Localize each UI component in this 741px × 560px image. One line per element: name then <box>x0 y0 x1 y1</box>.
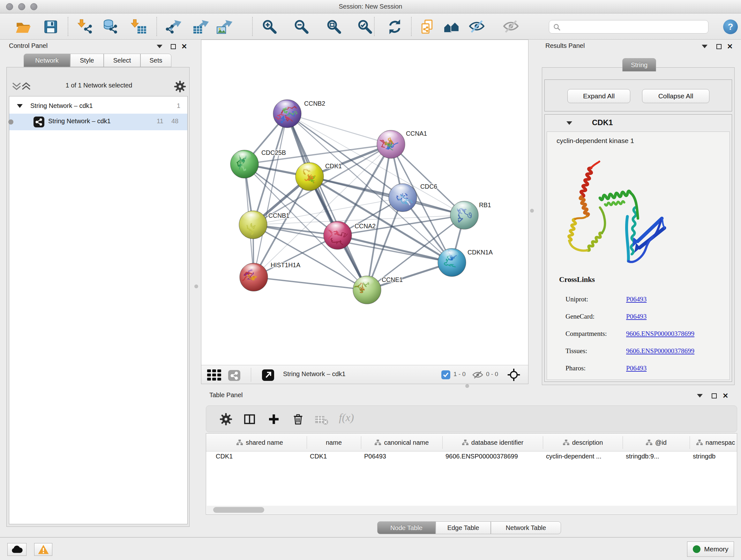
tab-style[interactable]: Style <box>70 54 104 67</box>
column-header-name[interactable]: name <box>307 434 361 451</box>
table-columns-icon[interactable] <box>243 413 256 427</box>
network-node-CDK1[interactable] <box>295 163 324 191</box>
node-label-CCNE1: CCNE1 <box>382 276 403 283</box>
export-image-icon <box>216 19 232 35</box>
node-table[interactable]: shared namenamecanonical namedatabase id… <box>206 433 737 515</box>
tab-edge-table[interactable]: Edge Table <box>435 521 491 534</box>
collapse-all-button[interactable]: Collapse All <box>642 89 710 103</box>
import-table-button[interactable] <box>131 19 147 35</box>
import-table-icon <box>131 19 147 35</box>
selected-checkbox-icon[interactable] <box>441 370 450 379</box>
table-cell[interactable]: stringdb <box>693 453 740 460</box>
tab-node-table[interactable]: Node Table <box>377 521 435 534</box>
network-node-RB1[interactable] <box>450 201 478 229</box>
table-cell[interactable]: stringdb:9... <box>626 453 688 460</box>
section-collapse-icon[interactable] <box>566 121 572 125</box>
network-row-selected[interactable]: String Network – cdk1 11 48 <box>9 114 187 130</box>
network-node-CCNA1[interactable] <box>377 130 405 159</box>
table-cell[interactable]: CDK1 <box>310 453 360 460</box>
column-header-database-identifier[interactable]: database identifier <box>442 434 543 451</box>
table-cell[interactable]: cyclin-dependent ... <box>546 453 621 460</box>
table-cell[interactable]: P06493 <box>364 453 441 460</box>
bottom-splitter-handle[interactable] <box>465 384 469 388</box>
network-node-CCNB2[interactable] <box>273 100 301 128</box>
control-panel-close-icon[interactable]: ✕ <box>181 44 187 49</box>
export-table-button[interactable] <box>193 19 209 35</box>
column-header-description[interactable]: description <box>543 434 623 451</box>
share-view-icon[interactable] <box>228 370 240 381</box>
import-database-button[interactable] <box>103 19 119 35</box>
network-node-CCNB1[interactable] <box>239 211 267 239</box>
results-panel-collapse-icon[interactable] <box>702 45 708 48</box>
zoom-in-button[interactable] <box>262 19 278 35</box>
control-panel-collapse-icon[interactable] <box>157 45 162 48</box>
column-header-namespac[interactable]: namespac <box>690 434 741 451</box>
open-session-button[interactable] <box>15 19 31 35</box>
tab-sets[interactable]: Sets <box>140 54 172 67</box>
control-panel-float-icon[interactable] <box>171 44 176 49</box>
table-panel-close-icon[interactable]: ✕ <box>723 393 728 398</box>
zoom-selected-button[interactable] <box>357 19 373 35</box>
column-header-shared-name[interactable]: shared name <box>212 434 307 451</box>
memory-button[interactable]: Memory <box>687 542 734 557</box>
table-cell[interactable]: 9606.ENSP00000378699 <box>446 453 542 460</box>
results-panel-close-icon[interactable]: ✕ <box>727 44 733 49</box>
add-column-icon[interactable] <box>267 413 280 427</box>
zoom-out-button[interactable] <box>293 19 310 35</box>
tab-network-table[interactable]: Network Table <box>491 521 561 534</box>
network-node-CDC25B[interactable] <box>230 150 259 178</box>
network-node-HIST1H1A[interactable] <box>240 263 268 291</box>
network-node-CDKN1A[interactable] <box>438 248 466 276</box>
hide-selected-button[interactable] <box>469 19 485 35</box>
table-panel-float-icon[interactable] <box>712 393 717 398</box>
crosslink-value[interactable]: 9606.ENSP00000378699 <box>626 330 694 338</box>
show-all-button[interactable] <box>503 19 519 35</box>
column-header--id[interactable]: @id <box>623 434 690 451</box>
zoom-fit-button[interactable] <box>326 19 342 35</box>
table-hscrollbar[interactable] <box>207 506 736 514</box>
table-cell[interactable]: CDK1 <box>216 453 306 460</box>
table-settings-gear-icon[interactable] <box>219 413 232 427</box>
birdseye-icon[interactable] <box>507 368 521 383</box>
clone-network-button[interactable] <box>419 19 435 35</box>
import-network-button[interactable] <box>77 19 93 35</box>
column-header-canonical-name[interactable]: canonical name <box>361 434 442 451</box>
fullscreen-icon[interactable] <box>262 369 274 381</box>
save-session-icon <box>43 19 59 35</box>
network-node-CDC6[interactable] <box>389 184 417 212</box>
results-panel-float-icon[interactable] <box>717 44 722 49</box>
node-label-CDC25B: CDC25B <box>261 149 286 156</box>
expand-all-button[interactable]: Expand All <box>567 89 630 103</box>
network-node-CCNE1[interactable] <box>353 276 381 304</box>
network-view[interactable]: CCNB2CCNA1CDC25BCDK1CDC6RB1CCNB1CCNA2CDK… <box>201 40 529 384</box>
tree-expander-icon[interactable] <box>17 104 23 108</box>
search-input[interactable] <box>549 20 709 34</box>
network-options-gear-icon[interactable] <box>174 80 186 94</box>
export-network-button[interactable] <box>165 19 181 35</box>
collapse-all-icon[interactable] <box>11 81 31 93</box>
table-panel-collapse-icon[interactable] <box>697 394 703 397</box>
left-splitter-handle[interactable] <box>194 285 198 288</box>
tab-select[interactable]: Select <box>104 54 140 67</box>
warning-button[interactable] <box>34 543 52 556</box>
save-session-button[interactable] <box>43 19 59 35</box>
help-button[interactable]: ? <box>723 19 738 34</box>
crosslink-value[interactable]: 9606.ENSP00000378699 <box>626 347 694 355</box>
network-collection-row[interactable]: String Network – cdk1 1 <box>9 100 187 114</box>
tab-network[interactable]: Network <box>23 54 70 67</box>
crosslink-value[interactable]: P06493 <box>626 295 647 303</box>
hscrollbar-thumb[interactable] <box>213 507 264 513</box>
refresh-button[interactable] <box>387 19 403 35</box>
network-node-CCNA2[interactable] <box>324 221 352 249</box>
hidden-eye-icon[interactable] <box>472 370 483 381</box>
right-splitter-handle[interactable] <box>530 209 534 212</box>
grid-view-icon[interactable] <box>207 369 222 382</box>
export-image-button[interactable] <box>216 19 232 35</box>
crosslink-value[interactable]: P06493 <box>626 364 647 372</box>
crosslink-value[interactable]: P06493 <box>626 313 647 320</box>
clone-network-icon <box>419 19 435 35</box>
cloud-button[interactable] <box>7 543 26 556</box>
first-neighbors-button[interactable] <box>444 19 460 35</box>
tab-string[interactable]: String <box>622 58 656 71</box>
delete-column-icon[interactable] <box>292 413 305 427</box>
